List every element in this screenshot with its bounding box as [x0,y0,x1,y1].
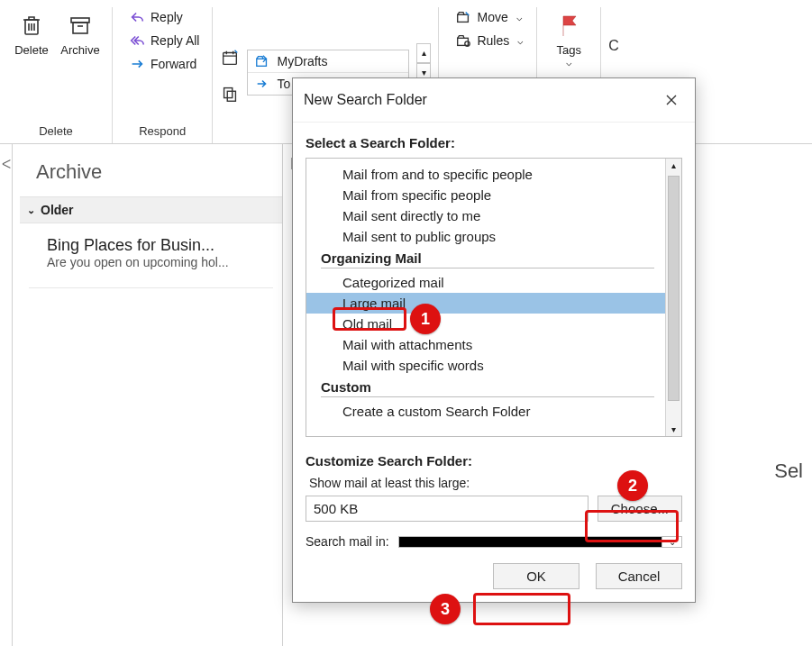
rules-icon [455,32,471,49]
reading-pane-placeholder: Sel [774,459,803,483]
close-icon [665,94,678,106]
quicksteps-side-icons [220,42,240,104]
list-category: Organizing Mail [306,247,665,266]
move-to-folder-icon [255,54,269,68]
archive-icon [66,11,95,40]
reply-all-button[interactable]: Reply All [123,31,205,50]
scroll-up-icon[interactable]: ▴ [671,159,676,172]
move-button[interactable]: Move [450,7,529,27]
group-header-older[interactable]: ⌄ Older [20,196,282,223]
nav-collapse[interactable]: ᐸ [0,144,13,646]
list-item[interactable]: Mail sent directly to me [306,205,665,226]
group-label-delete: Delete [39,124,73,143]
ribbon-group-respond: Reply Reply All Forward Respond [113,7,213,143]
list-item[interactable]: Mail with attachments [306,334,665,355]
reply-all-label: Reply All [151,33,199,48]
chevron-down-icon: ⌄ [27,205,35,216]
trash-icon [17,11,46,40]
group-header-label: Older [41,203,74,217]
cancel-button[interactable]: Cancel [596,563,682,589]
list-item[interactable]: Mail sent to public groups [306,226,665,247]
list-item-large-mail[interactable]: Large mail [306,293,665,314]
group-label-respond: Respond [139,124,186,143]
forward-label: Forward [151,57,196,71]
ok-button[interactable]: OK [493,563,579,589]
select-folder-heading: Select a Search Folder: [306,135,682,150]
flag-icon [554,11,583,40]
list-category: Custom [306,376,665,395]
delete-button[interactable]: Delete [7,7,56,60]
choose-button[interactable]: Choose... [598,496,682,522]
reply-all-icon [129,32,145,49]
message-item[interactable]: Bing Places for Busin... Are you open on… [29,223,273,288]
search-in-label: Search mail in: [306,534,389,549]
svg-rect-3 [224,52,237,64]
chevron-down-icon: ⌵ [566,57,572,68]
svg-rect-2 [73,23,87,33]
search-folder-listbox[interactable]: Mail from and to specific people Mail fr… [306,158,682,437]
folder-title: Archive [36,160,268,184]
message-list-pane: Archive ⌄ Older Bing Places for Busin...… [13,144,283,646]
list-item[interactable]: Categorized mail [306,272,665,293]
size-label: Show mail at least this large: [309,476,682,490]
customize-heading: Customize Search Folder: [306,453,682,469]
size-input[interactable]: 500 KB [306,496,588,522]
move-label: Move [477,10,507,24]
svg-rect-7 [458,14,469,22]
message-subject: Bing Places for Busin... [47,236,264,255]
quickstep-mydrafts[interactable]: MyDrafts [248,50,408,73]
archive-button[interactable]: Archive [56,7,105,60]
reply-button[interactable]: Reply [123,7,205,27]
svg-rect-4 [224,87,233,97]
rules-label: Rules [477,33,509,48]
forward-arrow-icon [255,77,269,91]
list-item[interactable]: Mail from and to specific people [306,164,665,185]
message-preview: Are you open on upcoming hol... [47,255,264,269]
move-folder-icon [455,9,471,25]
list-item[interactable]: Mail from specific people [306,185,665,205]
reply-icon [129,9,145,25]
forward-icon [129,56,145,72]
search-in-dropdown[interactable]: ⌄ [662,536,682,548]
list-item[interactable]: Create a custom Search Folder [306,401,665,419]
forward-button[interactable]: Forward [123,54,205,74]
tags-button[interactable]: Tags ⌵ [544,7,593,72]
quicksteps-up[interactable]: ▴ [416,43,431,63]
svg-rect-5 [228,91,236,101]
search-in-combo[interactable] [398,536,662,548]
quickstep-label: MyDrafts [277,54,327,68]
delete-label: Delete [14,43,49,57]
ribbon-group-delete: Delete Archive Delete [0,7,113,143]
calendar-icon [220,48,240,68]
close-button[interactable] [659,87,684,113]
chevron-left-icon: ᐸ [2,157,11,171]
rules-button[interactable]: Rules [450,31,529,50]
copy-icon [220,84,240,104]
list-item[interactable]: Old mail [306,314,665,334]
archive-label: Archive [60,43,99,57]
scroll-thumb[interactable] [668,176,680,401]
listbox-scrollbar[interactable]: ▴ ▾ [665,159,681,436]
tags-label: Tags [557,43,581,57]
dialog-titlebar: New Search Folder [293,78,695,123]
scroll-down-icon[interactable]: ▾ [671,423,676,436]
list-item[interactable]: Mail with specific words [306,355,665,376]
new-search-folder-dialog: New Search Folder Select a Search Folder… [292,77,696,603]
dialog-title: New Search Folder [304,92,427,108]
reply-label: Reply [151,10,183,24]
